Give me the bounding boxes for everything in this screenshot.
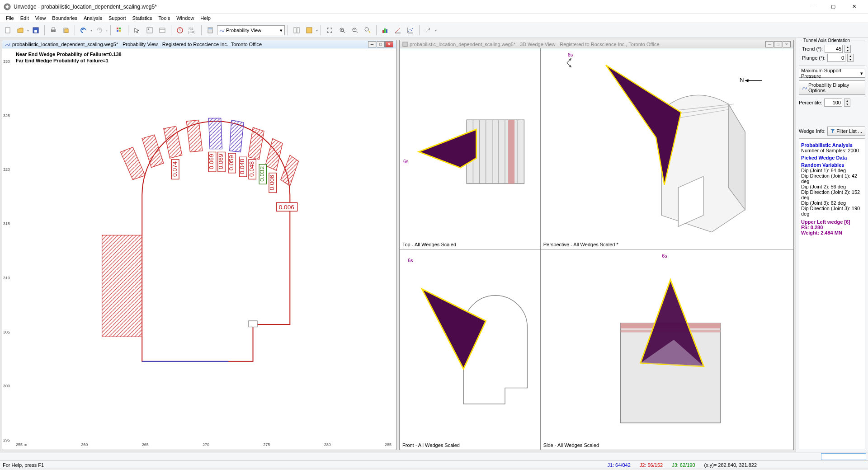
- probability-view-title: probabilistic_location_dependent_scaling…: [12, 42, 368, 47]
- undo-button[interactable]: [78, 24, 90, 36]
- display-options-button[interactable]: [291, 24, 302, 36]
- filter-icon: [830, 129, 835, 133]
- percentile-label: Percentile:: [799, 100, 822, 105]
- new-button[interactable]: [2, 24, 14, 36]
- zoom-window-button[interactable]: [362, 24, 373, 36]
- percentile-spinner[interactable]: ▲▼: [844, 99, 850, 107]
- menu-file[interactable]: File: [3, 14, 17, 22]
- svg-rect-14: [160, 28, 165, 33]
- copy-button[interactable]: [60, 24, 72, 36]
- side-view-cell[interactable]: 6s Side - All Wedges Scaled: [541, 249, 793, 450]
- minimize-child-button[interactable]: ─: [368, 41, 376, 47]
- minimize-button[interactable]: ─: [802, 0, 823, 14]
- view-combo[interactable]: Probability View ▾: [217, 25, 285, 35]
- minimize-child-button[interactable]: ─: [765, 41, 774, 47]
- svg-rect-1: [5, 28, 10, 33]
- svg-text:0.069: 0.069: [208, 154, 215, 169]
- maximize-child-button[interactable]: □: [774, 41, 782, 47]
- svg-text:0.074: 0.074: [171, 161, 178, 176]
- menu-statistics[interactable]: Statistics: [129, 14, 156, 22]
- filter-list-button[interactable]: Filter List ...: [827, 127, 865, 136]
- svg-text:0.006: 0.006: [269, 175, 275, 190]
- probability-view-header[interactable]: probabilistic_location_dependent_scaling…: [2, 40, 396, 48]
- input-data-button[interactable]: [156, 24, 168, 36]
- probability-display-button[interactable]: Probability Display Options: [799, 80, 865, 95]
- zoom-out-button[interactable]: [349, 24, 361, 36]
- plunge-label: Plunge (°):: [802, 55, 826, 61]
- wedge-view-window: probabilistic_location_dependent_scaling…: [399, 40, 794, 450]
- svg-rect-12: [147, 28, 152, 33]
- menu-edit[interactable]: Edit: [17, 14, 32, 22]
- workspace: probabilistic_location_dependent_scaling…: [0, 38, 868, 452]
- zoom-in-button[interactable]: [336, 24, 348, 36]
- svg-text:0.059: 0.059: [228, 155, 235, 170]
- histogram-button[interactable]: [379, 24, 391, 36]
- menu-window[interactable]: Window: [173, 14, 197, 22]
- save-button[interactable]: [30, 24, 42, 36]
- plunge-input[interactable]: [827, 54, 845, 62]
- perspective-view-cell[interactable]: 6s N: [541, 48, 793, 249]
- close-child-button[interactable]: ✕: [783, 41, 791, 47]
- compute-button[interactable]: [174, 24, 186, 36]
- open-button[interactable]: [14, 24, 26, 36]
- probability-view-body[interactable]: Near End Wedge Probability of Failure=0.…: [2, 48, 396, 450]
- grid-button[interactable]: [113, 24, 125, 36]
- y-axis-ruler: 330325320315310305300295: [3, 57, 13, 441]
- command-input-bar: [0, 452, 868, 461]
- menu-support[interactable]: Support: [105, 14, 129, 22]
- side-panel: Tunnel Axis Orientation Trend (°): ▲▼ Pl…: [796, 38, 868, 452]
- settings-button[interactable]: [144, 24, 156, 36]
- trend-input[interactable]: [825, 45, 843, 53]
- svg-rect-20: [208, 28, 212, 29]
- select-button[interactable]: [131, 24, 143, 36]
- x-axis-ruler: 255 m260265270275280285: [16, 442, 392, 449]
- tunnel-axis-group: Tunnel Axis Orientation Trend (°): ▲▼ Pl…: [799, 41, 865, 66]
- cumulative-button[interactable]: [392, 24, 404, 36]
- wedge-info-panel: Probabilistic Analysis Number of Samples…: [799, 138, 865, 449]
- tile-view-button[interactable]: [303, 24, 315, 36]
- support-pressure-combo[interactable]: Maximum Support Pressure▾: [799, 69, 865, 78]
- menu-view[interactable]: View: [32, 14, 49, 22]
- svg-text:0.048: 0.048: [239, 159, 245, 174]
- wedge-view-header[interactable]: probabilistic_location_dependent_scaling…: [400, 40, 793, 48]
- perspective-view-label: Perspective - All Wedges Scaled *: [543, 242, 618, 247]
- status-xy: (x,y)= 282.840, 321.822: [704, 462, 757, 468]
- arrow-button[interactable]: [422, 24, 434, 36]
- close-child-button[interactable]: ✕: [385, 41, 393, 47]
- svg-text:0.048: 0.048: [248, 161, 255, 177]
- front-view-label: Front - All Wedges Scaled: [402, 442, 460, 448]
- top-view-cell[interactable]: 6s Top - All Wedges Scaled: [400, 48, 540, 249]
- svg-point-37: [410, 29, 410, 30]
- menu-boundaries[interactable]: Boundaries: [49, 14, 80, 22]
- maximize-child-button[interactable]: □: [377, 41, 385, 47]
- redo-button[interactable]: [93, 24, 105, 36]
- close-button[interactable]: ✕: [844, 0, 864, 14]
- command-input[interactable]: [821, 453, 866, 460]
- plunge-spinner[interactable]: ▲▼: [847, 54, 854, 62]
- svg-rect-33: [384, 28, 386, 33]
- top-view-label: Top - All Wedges Scaled: [402, 242, 456, 247]
- menu-analysis[interactable]: Analysis: [80, 14, 105, 22]
- svg-rect-34: [386, 29, 387, 33]
- chevron-down-icon: ▾: [860, 70, 863, 76]
- percentile-input[interactable]: [824, 99, 842, 107]
- status-help: For Help, press F1: [3, 462, 598, 468]
- menu-help[interactable]: Help: [197, 14, 214, 22]
- trend-spinner[interactable]: ▲▼: [844, 45, 851, 53]
- scatter-button[interactable]: [405, 24, 416, 36]
- svg-rect-8: [117, 28, 118, 29]
- maximize-button[interactable]: ▢: [823, 0, 844, 14]
- zoom-extents-button[interactable]: [324, 24, 335, 36]
- svg-rect-75: [508, 120, 514, 183]
- trend-label: Trend (°):: [802, 46, 823, 52]
- menu-bar: File Edit View Boundaries Analysis Suppo…: [0, 14, 868, 23]
- print-button[interactable]: [47, 24, 59, 36]
- title-bar: Unwedge - probabilistic_location_depende…: [0, 0, 868, 14]
- calculator-button[interactable]: [204, 24, 216, 36]
- curve-icon: [802, 85, 807, 90]
- view-icon: [5, 42, 10, 47]
- status-j2: J2: 56/152: [640, 462, 663, 468]
- front-view-cell[interactable]: 6s Front - All Wedges Scaled: [400, 249, 540, 450]
- menu-tools[interactable]: Tools: [156, 14, 174, 22]
- stats-button[interactable]: ?33(134): [187, 24, 198, 36]
